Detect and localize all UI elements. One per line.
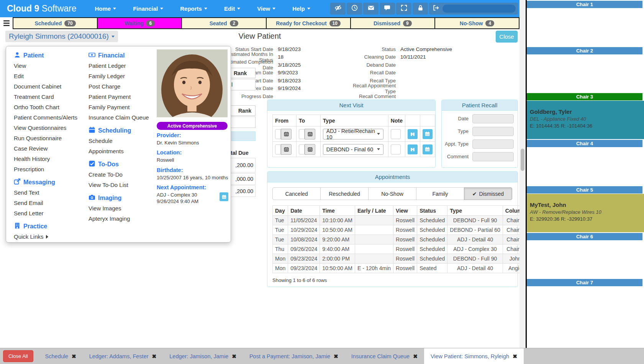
close-tab-icon[interactable]: ✖ — [334, 353, 338, 359]
menu-item-health-history[interactable]: Health History — [14, 154, 77, 164]
next-appointment-calendar-button[interactable] — [220, 192, 228, 201]
chair-3-patient-card[interactable]: Goldberg, Tyler DEL - Appliance Fixed 40… — [527, 101, 644, 139]
menu-edit[interactable]: Edit — [224, 5, 240, 12]
search-binoculars-button[interactable] — [408, 144, 418, 154]
email-button[interactable] — [363, 3, 379, 15]
menu-item-view[interactable]: View — [14, 61, 77, 71]
menu-section-messaging[interactable]: Messaging — [14, 177, 77, 187]
close-tab-icon[interactable]: ✖ — [152, 353, 157, 359]
appointment-row[interactable]: Tue11/05/202410:10:00 AMRoswellScheduled… — [273, 216, 528, 225]
menu-item-ortho-tooth-chart[interactable]: Ortho Tooth Chart — [14, 102, 77, 112]
hamburger-menu-icon[interactable] — [0, 17, 13, 29]
filter-no-show[interactable]: No-Show — [368, 187, 416, 200]
tab-waiting[interactable]: Waiting6 — [98, 18, 182, 28]
menu-section-patient[interactable]: Patient — [14, 50, 77, 61]
menu-financial[interactable]: Financial — [133, 5, 163, 12]
menu-section-scheduling[interactable]: Scheduling — [88, 125, 149, 136]
menu-item-run-questionnaire[interactable]: Run Questionnaire — [14, 133, 77, 143]
tab-dismissed[interactable]: Dismissed9 — [351, 18, 435, 28]
menu-item-case-review[interactable]: Case Review — [14, 143, 77, 154]
window-tab-insurance-claim-queue[interactable]: Insurance Claim Queue✖ — [345, 348, 424, 364]
tab-scheduled[interactable]: Scheduled70 — [13, 18, 98, 28]
menu-item-send-text[interactable]: Send Text — [14, 187, 77, 198]
menu-item-patient-comments-alerts[interactable]: Patient Comments/Alerts — [14, 112, 77, 123]
close-tab-icon[interactable]: ✖ — [232, 353, 236, 359]
hide-schedule-button[interactable] — [330, 3, 346, 15]
menu-view[interactable]: View — [257, 5, 275, 12]
scrollbar-thumb[interactable] — [521, 149, 524, 171]
visit-type-select[interactable]: ADJ - Retie/Rechain 10 — [323, 129, 383, 139]
lock-button[interactable] — [413, 3, 428, 15]
filter-family[interactable]: Family — [416, 187, 464, 200]
chair-5-patient-card[interactable]: MyTest, John AW - Remove/Replace Wires 1… — [527, 194, 644, 232]
schedule-calendar-button[interactable] — [423, 129, 433, 139]
menu-home[interactable]: Home — [95, 5, 116, 12]
close-button[interactable]: Close — [496, 31, 518, 43]
menu-section-todos[interactable]: To-Dos — [88, 159, 149, 169]
calendar-icon[interactable] — [281, 129, 292, 139]
schedule-calendar-button[interactable] — [423, 144, 433, 154]
to-date-input[interactable] — [299, 129, 305, 139]
window-tab-ledger-jamison[interactable]: Ledger: Jamison, Jamie✖ — [163, 348, 243, 364]
menu-item-quick-links[interactable]: Quick Links — [14, 231, 77, 242]
appointment-row[interactable]: Tue10/08/20249:20:00 AMRoswellScheduledA… — [273, 235, 528, 244]
close-tab-icon[interactable]: ✖ — [513, 353, 517, 359]
tab-no-show[interactable]: No-Show4 — [435, 18, 519, 28]
filter-canceled[interactable]: Canceled — [272, 187, 321, 200]
window-tab-post-payment[interactable]: Post a Payment: Jamison, Jamie✖ — [243, 348, 345, 364]
menu-item-view-images[interactable]: View Images — [88, 203, 149, 213]
appointment-row[interactable]: Mon09/23/202410:50:00 AME - 120h 4minRos… — [273, 264, 528, 273]
menu-item-post-charge[interactable]: Post Charge — [88, 81, 149, 92]
menu-section-practice[interactable]: Practice — [14, 221, 77, 231]
calendar-icon[interactable] — [281, 144, 292, 155]
filter-rescheduled[interactable]: Rescheduled — [320, 187, 369, 200]
menu-item-prescription[interactable]: Prescription — [14, 164, 77, 174]
menu-item-view-to-do-list[interactable]: View To-Do List — [88, 180, 149, 190]
window-tab-view-patient[interactable]: View Patient: Simmons, Ryleigh✖ — [424, 348, 524, 364]
menu-item-appointments[interactable]: Appointments — [88, 146, 149, 156]
time-clock-button[interactable] — [347, 3, 362, 15]
menu-item-send-letter[interactable]: Send Letter — [14, 208, 77, 218]
menu-item-insurance-claim-queue[interactable]: Insurance Claim Queue — [88, 112, 149, 123]
menu-item-edit[interactable]: Edit — [14, 71, 77, 81]
close-tab-icon[interactable]: ✖ — [72, 353, 76, 359]
menu-item-create-to-do[interactable]: Create To-Do — [88, 169, 149, 180]
fullscreen-button[interactable] — [396, 3, 411, 15]
visit-type-select[interactable]: DEBOND - Final 60 — [323, 144, 383, 155]
from-date-input[interactable] — [275, 129, 281, 139]
recall-comment-input[interactable] — [472, 152, 514, 161]
search-binoculars-button[interactable] — [408, 129, 418, 139]
window-tab-ledger-addams[interactable]: Ledger: Addams, Fester✖ — [83, 348, 163, 364]
menu-item-send-email[interactable]: Send Email — [14, 198, 77, 208]
calendar-icon[interactable] — [305, 144, 315, 155]
menu-item-patient-ledger[interactable]: Patient Ledger — [88, 61, 149, 71]
close-all-button[interactable]: Close All — [3, 350, 33, 362]
recall-appt-type-input[interactable] — [472, 139, 514, 149]
menu-item-document-cabinet[interactable]: Document Cabinet — [14, 81, 77, 92]
chat-button[interactable] — [380, 3, 395, 15]
note-input[interactable] — [391, 129, 401, 139]
note-input[interactable] — [391, 144, 401, 154]
menu-item-schedule[interactable]: Schedule — [88, 136, 149, 146]
sign-out-button[interactable] — [429, 3, 518, 15]
menu-item-family-payment[interactable]: Family Payment — [88, 102, 149, 112]
recall-date-input[interactable] — [472, 114, 514, 123]
menu-item-family-ledger[interactable]: Family Ledger — [88, 71, 149, 81]
from-date-input[interactable] — [275, 144, 281, 154]
menu-item-apteryx-imaging[interactable]: Apteryx Imaging — [88, 213, 149, 224]
menu-item-treatment-card[interactable]: Treatment Card — [14, 92, 77, 102]
menu-help[interactable]: Help — [292, 5, 310, 12]
menu-section-imaging[interactable]: Imaging — [88, 193, 149, 203]
filter-dismissed[interactable]: ✔Dismissed — [464, 187, 512, 200]
menu-section-financial[interactable]: Financial — [88, 50, 149, 61]
recall-type-input[interactable] — [472, 127, 514, 136]
appointment-row[interactable]: Mon09/23/20242:00:00 PMRoswellScheduledD… — [273, 254, 528, 264]
calendar-icon[interactable] — [305, 129, 315, 139]
window-tab-schedule[interactable]: Schedule✖ — [39, 348, 83, 364]
menu-item-view-questionnaires[interactable]: View Questionnaires — [14, 123, 77, 133]
appointment-row[interactable]: Tue10/29/202410:50:00 AMRoswellScheduled… — [273, 225, 528, 235]
tab-ready-for-checkout[interactable]: Ready for Checkout10 — [267, 18, 351, 28]
appointment-row[interactable]: Thu09/26/20249:40:00 AMRoswellScheduledA… — [273, 244, 528, 254]
menu-reports[interactable]: Reports — [180, 5, 207, 12]
close-tab-icon[interactable]: ✖ — [413, 353, 418, 359]
